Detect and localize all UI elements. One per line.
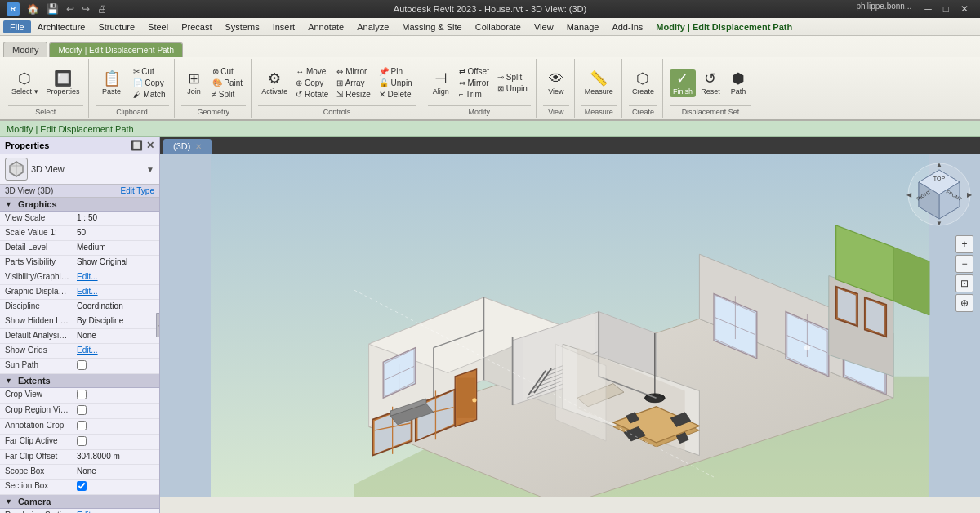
context-bar-text: Modify | Edit Displacement Path [7, 124, 134, 134]
tab-modify[interactable]: Modify [3, 42, 47, 57]
ribbon-btn-finish[interactable]: ✓ Finish [670, 69, 696, 97]
ribbon-btn-paste[interactable]: 📋 Paste [96, 69, 128, 97]
properties-label: Properties [47, 87, 80, 96]
ribbon-btn-activate[interactable]: ⚙ Activate [258, 69, 291, 97]
ribbon-btn-copy[interactable]: 📄 Copy [130, 78, 169, 88]
menu-addins[interactable]: Add-Ins [605, 20, 649, 33]
align-label: Align [433, 87, 449, 96]
title-bar: R 🏠 💾 ↩ ↪ 🖨 Autodesk Revit 2023 - House.… [0, 0, 980, 18]
ribbon-btn-match[interactable]: 🖌 Match [130, 89, 169, 100]
ribbon-btn-select[interactable]: ⬡ Select ▾ [8, 69, 42, 97]
measure-label: Measure [585, 87, 613, 96]
menu-massing[interactable]: Massing & Site [395, 20, 468, 33]
vp-ctrl-zoom-in[interactable]: + [956, 235, 973, 253]
ribbon-btn-unpin2[interactable]: ⊠ Unpin [494, 83, 531, 94]
ribbon-group-controls: ⚙ Activate ↔ Move ⊕ Copy ↺ Rotate ⇔ Mirr… [253, 59, 421, 118]
view-dropdown[interactable]: ▼ [146, 165, 154, 174]
ribbon-btn-paint[interactable]: 🎨 Paint [209, 78, 247, 88]
ribbon-btn-trim[interactable]: ⌐ Trim [456, 89, 492, 100]
ribbon-btn-path[interactable]: ⬢ Path [725, 69, 751, 97]
ribbon-btn-mirror[interactable]: ⇔ Mirror [333, 66, 373, 77]
menu-steel[interactable]: Steel [141, 20, 175, 33]
ribbon-tabs: Modify Modify | Edit Displacement Path [0, 36, 980, 57]
menu-collaborate[interactable]: Collaborate [469, 20, 528, 33]
qa-print[interactable]: 🖨 [95, 2, 109, 16]
expand-extents[interactable]: ▼ [5, 377, 12, 385]
section-box-checkbox[interactable] [77, 481, 87, 491]
qa-redo[interactable]: ↪ [79, 2, 92, 16]
ribbon-btn-resize[interactable]: ⇲ Resize [333, 89, 373, 100]
ribbon-buttons-create: ⬡ Create [629, 60, 657, 105]
tab-modify-edit[interactable]: Modify | Edit Displacement Path [49, 42, 183, 57]
nav-cube[interactable]: TOP FRONT RIGHT ▲ ▼ ◀ ▶ [906, 162, 972, 227]
crop-view-checkbox[interactable] [77, 390, 87, 399]
viewport-tab-3d[interactable]: (3D) ✕ [163, 139, 212, 154]
restore-button[interactable]: □ [938, 2, 954, 16]
ribbon-btn-create[interactable]: ⬡ Create [629, 69, 657, 97]
properties-close-btn[interactable]: ✕ [146, 140, 154, 151]
props-scroll-container[interactable]: ▼ Graphics View Scale 1 : 50 Scale Value… [0, 198, 159, 513]
section-camera: ▼ Camera [0, 495, 159, 509]
ribbon-btn-pin[interactable]: 📌 Pin [376, 66, 416, 77]
ribbon-btn-align[interactable]: ⊣ Align [428, 69, 454, 97]
ribbon-btn-join[interactable]: ⊞ Join [181, 69, 207, 97]
ribbon-btn-mirror2[interactable]: ⇔ Mirror [456, 78, 492, 88]
vp-ctrl-walk[interactable]: ⊕ [956, 294, 973, 312]
ribbon-group-create: ⬡ Create Create [624, 59, 663, 118]
prop-parts-visibility: Parts Visibility Show Original [0, 256, 159, 270]
menu-precast[interactable]: Precast [175, 20, 218, 33]
properties-icon-btn[interactable]: 🔲 [131, 140, 143, 151]
sun-path-checkbox[interactable] [77, 360, 87, 370]
menu-file[interactable]: File [3, 20, 31, 33]
expand-graphics[interactable]: ▼ [5, 200, 12, 208]
group-label-geometry: Geometry [181, 105, 247, 116]
minimize-button[interactable]: ─ [920, 2, 937, 16]
ribbon-btn-split[interactable]: ≠ Split [209, 89, 247, 100]
edit-type-link[interactable]: Edit Type [120, 186, 154, 195]
menu-architecture[interactable]: Architecture [31, 20, 92, 33]
crop-region-checkbox[interactable] [77, 405, 87, 415]
ribbon-btn-offset[interactable]: ⇄ Offset [456, 66, 492, 77]
ribbon-btn-unpin[interactable]: 🔓 Unpin [376, 78, 416, 88]
ribbon-btn-cut-geo[interactable]: ⊗ Cut [209, 66, 247, 77]
qa-home[interactable]: 🏠 [24, 2, 42, 16]
menu-manage[interactable]: Manage [560, 20, 606, 33]
vp-ctrl-zoom-out[interactable]: − [956, 255, 973, 273]
viewport-tab-close[interactable]: ✕ [195, 142, 202, 151]
menu-annotate[interactable]: Annotate [301, 20, 350, 33]
vp-ctrl-zoom-fit[interactable]: ⊡ [956, 274, 973, 292]
annotation-crop-checkbox[interactable] [77, 421, 87, 430]
qa-save[interactable]: 💾 [44, 2, 61, 16]
expand-camera[interactable]: ▼ [5, 497, 12, 506]
controls-col2: ⇔ Mirror ⊞ Array ⇲ Resize [333, 66, 373, 100]
properties-title: Properties [5, 141, 49, 150]
close-button[interactable]: ✕ [956, 2, 973, 16]
ribbon-btn-move[interactable]: ↔ Move [292, 66, 332, 77]
menu-insert[interactable]: Insert [266, 20, 302, 33]
qa-undo[interactable]: ↩ [64, 2, 77, 16]
ribbon-btn-measure[interactable]: 📏 Measure [581, 69, 617, 97]
ribbon-btn-rotate[interactable]: ↺ Rotate [292, 89, 332, 100]
ribbon-btn-cut[interactable]: ✂ Cut [130, 66, 169, 77]
menu-modify[interactable]: Modify | Edit Displacement Path [649, 20, 799, 33]
section-graphics: ▼ Graphics [0, 198, 159, 212]
ribbon-btn-reset[interactable]: ↺ Reset [697, 69, 724, 97]
prop-sun-path: Sun Path [0, 359, 159, 374]
ribbon-btn-properties[interactable]: 🔲 Properties [43, 69, 83, 97]
quick-access: 🏠 💾 ↩ ↪ 🖨 [24, 2, 109, 16]
menu-structure[interactable]: Structure [91, 20, 141, 33]
far-clip-active-checkbox[interactable] [77, 436, 87, 446]
menu-analyze[interactable]: Analyze [350, 20, 395, 33]
clipboard-col: ✂ Cut 📄 Copy 🖌 Match [130, 66, 169, 100]
ribbon-buttons-displacement: ✓ Finish ↺ Reset ⬢ Path [670, 60, 751, 105]
viewport-3d[interactable]: TOP FRONT RIGHT ▲ ▼ ◀ ▶ + − ⊡ ⊕ [160, 154, 980, 513]
ribbon-btn-delete[interactable]: ✕ Delete [376, 89, 416, 100]
ribbon-btn-copy2[interactable]: ⊕ Copy [292, 78, 332, 88]
menu-view[interactable]: View [528, 20, 560, 33]
group-label-view: View [543, 105, 569, 116]
menu-systems[interactable]: Systems [218, 20, 265, 33]
ribbon-btn-array[interactable]: ⊞ Array [333, 78, 373, 88]
ribbon-btn-split2[interactable]: ⊸ Split [494, 72, 531, 83]
svg-text:▼: ▼ [936, 220, 942, 227]
ribbon-btn-view[interactable]: 👁 View [543, 69, 569, 97]
